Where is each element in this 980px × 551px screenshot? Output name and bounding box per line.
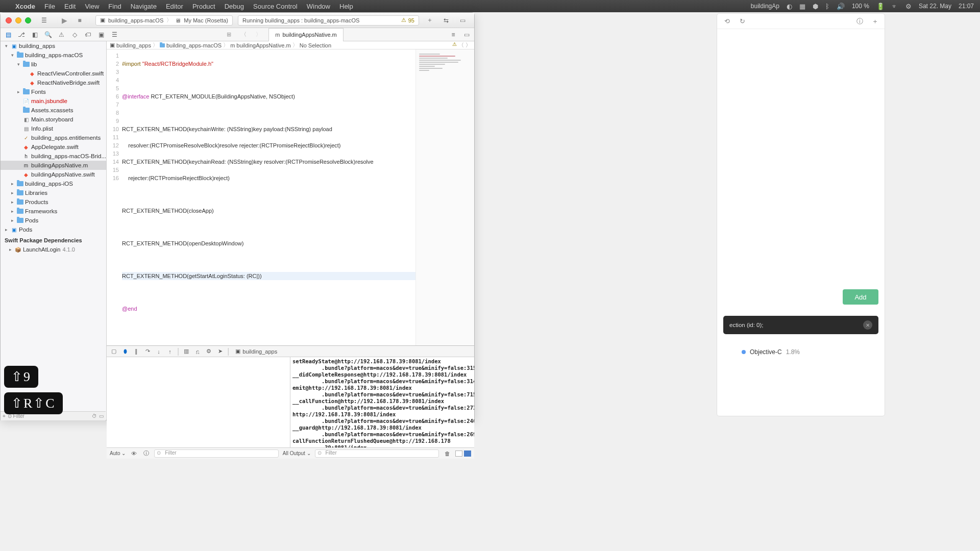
left-pane-toggle[interactable] bbox=[455, 450, 462, 457]
source-control-navigator-icon[interactable]: ⎇ bbox=[17, 30, 26, 39]
quicklook-icon[interactable]: 👁 bbox=[130, 449, 138, 458]
package-item[interactable]: ▸📦LaunchAtLogin4.1.0 bbox=[1, 245, 106, 254]
source-editor[interactable]: 12345678910111213141516 #import "React/R… bbox=[107, 49, 474, 345]
stop-button[interactable]: ■ bbox=[74, 15, 85, 26]
issue-navigator-icon[interactable]: ⚠ bbox=[57, 30, 66, 39]
jump-issue-prev-icon[interactable]: 〈 bbox=[458, 41, 464, 49]
panel-info-icon[interactable]: ⓘ bbox=[855, 17, 864, 26]
minimap-toggle-icon[interactable]: ≡ bbox=[449, 30, 458, 39]
volume-icon[interactable]: 🔊 bbox=[837, 3, 845, 10]
battery-icon[interactable]: 🔋 bbox=[876, 3, 885, 10]
tree-file[interactable]: hbuilding_apps-macOS-Brid... bbox=[1, 152, 106, 161]
output-scope-selector[interactable]: All Output ⌄ bbox=[283, 450, 311, 456]
memory-graph-icon[interactable]: ⎌ bbox=[193, 347, 202, 356]
add-button[interactable]: Add bbox=[843, 289, 878, 305]
editor-options-icon[interactable]: ▭ bbox=[462, 30, 471, 39]
menu-find[interactable]: Find bbox=[108, 3, 121, 10]
toast-close-icon[interactable]: ✕ bbox=[863, 320, 872, 330]
tree-file[interactable]: Assets.xcassets bbox=[1, 106, 106, 115]
warning-icon[interactable]: ⚠ bbox=[401, 17, 406, 23]
tree-file-selected[interactable]: mbuildingAppsNative.m bbox=[1, 161, 106, 170]
tree-root[interactable]: ▾▣building_apps bbox=[1, 41, 106, 51]
tree-file[interactable]: ◧Main.storyboard bbox=[1, 115, 106, 124]
debug-target[interactable]: ▣building_apps bbox=[235, 348, 277, 355]
tree-file[interactable]: ◆ReactViewController.swift bbox=[1, 69, 106, 78]
menu-navigate[interactable]: Navigate bbox=[131, 3, 157, 10]
close-window-button[interactable] bbox=[6, 17, 12, 23]
tree-file[interactable]: ◆buildingAppsNative.swift bbox=[1, 170, 106, 179]
jump-warning-icon[interactable]: ⚠ bbox=[452, 41, 457, 49]
jump-bar[interactable]: ▣building_apps〉 building_apps-macOS〉 mbu… bbox=[107, 41, 474, 49]
tree-folder[interactable]: ▸building_apps-iOS bbox=[1, 179, 106, 188]
menu-product[interactable]: Product bbox=[192, 3, 215, 10]
location-icon[interactable]: ➤ bbox=[216, 347, 224, 356]
minimap[interactable] bbox=[415, 49, 474, 345]
console-output[interactable]: setReadyState@http://192.168.178.39:8081… bbox=[290, 357, 474, 447]
scheme-selector[interactable]: ▣ building_apps-macOS 〉 🖥 My Mac (Rosett… bbox=[95, 15, 233, 26]
tree-folder[interactable]: ▸Products bbox=[1, 197, 106, 207]
find-navigator-icon[interactable]: 🔍 bbox=[43, 30, 53, 39]
issue-count[interactable]: 95 bbox=[408, 17, 414, 23]
tree-folder[interactable]: ▸Frameworks bbox=[1, 207, 106, 216]
menubar-time[interactable]: 21:07 bbox=[959, 3, 974, 10]
bluetooth-icon[interactable]: ᛒ bbox=[825, 3, 829, 10]
tree-file[interactable]: ▤Info.plist bbox=[1, 124, 106, 133]
tree-folder[interactable]: ▸Fonts bbox=[1, 87, 106, 96]
step-into-icon[interactable]: ↓ bbox=[155, 347, 163, 356]
right-pane-toggle[interactable] bbox=[464, 450, 471, 457]
environment-icon[interactable]: ⚙ bbox=[205, 347, 213, 356]
view-debug-icon[interactable]: ▥ bbox=[182, 347, 190, 356]
tree-file[interactable]: 📄main.jsbundle bbox=[1, 96, 106, 106]
tree-folder[interactable]: ▸Pods bbox=[1, 216, 106, 225]
auto-scope-selector[interactable]: Auto ⌄ bbox=[110, 450, 126, 456]
scm-filter-icon[interactable]: ▭ bbox=[99, 413, 104, 419]
tree-folder[interactable]: ▾building_apps-macOS bbox=[1, 51, 106, 60]
step-over-icon[interactable]: ↷ bbox=[143, 347, 152, 356]
menubar-app-icon[interactable]: ▦ bbox=[799, 3, 805, 10]
test-navigator-icon[interactable]: ◇ bbox=[70, 30, 79, 39]
symbol-navigator-icon[interactable]: ◧ bbox=[30, 30, 39, 39]
variables-filter-input[interactable]: Filter bbox=[154, 449, 278, 458]
breakpoints-toggle-icon[interactable]: ⬮ bbox=[121, 347, 129, 356]
tree-file[interactable]: ✓building_apps.entitlements bbox=[1, 133, 106, 142]
tree-file[interactable]: ◆AppDelegate.swift bbox=[1, 142, 106, 152]
tree-file[interactable]: ◆ReactNativeBridge.swift bbox=[1, 78, 106, 87]
panel-add-icon[interactable]: ＋ bbox=[870, 17, 879, 26]
step-out-icon[interactable]: ↑ bbox=[166, 347, 174, 356]
tree-folder[interactable]: ▸Libraries bbox=[1, 188, 106, 197]
menu-edit[interactable]: Edit bbox=[64, 3, 76, 10]
tree-folder[interactable]: ▸▣Pods bbox=[1, 225, 106, 234]
console-filter-input[interactable]: Filter bbox=[315, 449, 439, 458]
panel-history-icon[interactable]: ⟲ bbox=[722, 17, 731, 26]
wifi-icon[interactable]: ᯤ bbox=[892, 3, 898, 10]
pause-icon[interactable]: ‖ bbox=[132, 347, 140, 356]
nav-forward-icon[interactable]: 〉 bbox=[254, 30, 263, 39]
menubar-date[interactable]: Sat 22. May bbox=[919, 3, 951, 10]
project-navigator[interactable]: ▾▣building_apps ▾building_apps-macOS ▾li… bbox=[1, 41, 107, 420]
menubar-app-icon-2[interactable]: ⬢ bbox=[813, 3, 818, 10]
editor-tab[interactable]: m buildingAppsNative.m bbox=[268, 28, 344, 41]
filter-add-icon[interactable]: + bbox=[3, 413, 6, 419]
hide-debug-icon[interactable]: ▢ bbox=[110, 347, 118, 356]
menu-view[interactable]: View bbox=[85, 3, 99, 10]
sidebar-toggle-icon[interactable]: ☰ bbox=[38, 15, 50, 26]
menu-file[interactable]: File bbox=[44, 3, 55, 10]
jump-issue-next-icon[interactable]: 〉 bbox=[465, 41, 471, 49]
recent-filter-icon[interactable]: ⏱ bbox=[92, 413, 97, 419]
menu-help[interactable]: Help bbox=[339, 3, 353, 10]
menu-debug[interactable]: Debug bbox=[225, 3, 244, 10]
menu-editor[interactable]: Editor bbox=[166, 3, 183, 10]
tree-folder[interactable]: ▾lib bbox=[1, 60, 106, 69]
report-navigator-icon[interactable]: ☰ bbox=[110, 30, 119, 39]
trash-icon[interactable]: 🗑 bbox=[443, 449, 451, 458]
panel-refresh-icon[interactable]: ↻ bbox=[738, 17, 747, 26]
minimize-window-button[interactable] bbox=[15, 17, 21, 23]
run-button[interactable]: ▶ bbox=[59, 15, 70, 26]
info-icon[interactable]: ⓘ bbox=[142, 449, 150, 458]
library-icon[interactable]: ▭ bbox=[457, 15, 468, 26]
layout-grid-icon[interactable]: ⊞ bbox=[224, 30, 233, 39]
user-avatar-icon[interactable]: ◐ bbox=[787, 3, 792, 10]
add-tab-icon[interactable]: ＋ bbox=[424, 15, 435, 26]
code-content[interactable]: #import "React/RCTBridgeModule.h" @inter… bbox=[122, 49, 415, 345]
menu-window[interactable]: Window bbox=[307, 3, 330, 10]
